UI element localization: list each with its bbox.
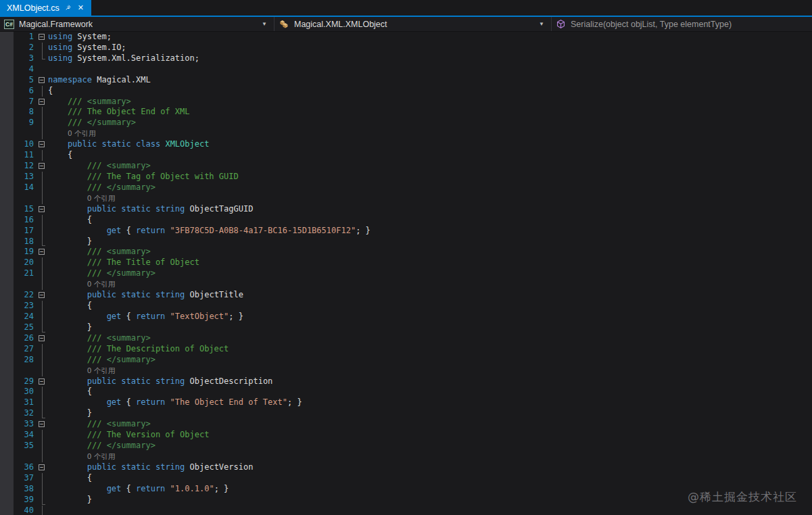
breakpoint-margin[interactable] (0, 495, 14, 506)
breakpoint-margin[interactable] (0, 139, 14, 150)
breakpoint-margin[interactable] (0, 118, 14, 128)
project-dropdown[interactable]: C# Magical.Framework ▼ (0, 17, 274, 31)
collapse-box-icon[interactable]: − (39, 99, 45, 105)
breakpoint-margin[interactable] (0, 215, 14, 226)
fold-guide (37, 451, 48, 462)
breakpoint-margin[interactable] (0, 204, 14, 215)
breakpoint-margin[interactable] (0, 430, 14, 441)
breakpoint-margin[interactable] (0, 355, 14, 366)
collapse-box-icon[interactable]: − (39, 77, 45, 83)
breakpoint-margin[interactable] (0, 408, 14, 419)
fold-toggle[interactable]: − (37, 333, 48, 344)
fold-toggle[interactable]: − (37, 139, 48, 150)
breakpoint-margin[interactable] (0, 64, 14, 75)
codelens-references[interactable]: 0 个引用 (48, 279, 812, 290)
code-text: /// The Version of Object (48, 430, 812, 441)
codelens-references[interactable]: 0 个引用 (48, 193, 812, 204)
breakpoint-margin[interactable] (0, 344, 14, 355)
code-row: 35/// </summary> (0, 441, 812, 451)
breakpoint-margin[interactable] (0, 333, 14, 344)
member-dropdown[interactable]: Serialize(object objList, Type elementTy… (552, 17, 812, 31)
breakpoint-margin[interactable] (0, 473, 14, 484)
codelens-references[interactable]: 0 个引用 (48, 451, 812, 462)
collapse-box-icon[interactable]: − (39, 34, 45, 40)
code-editor[interactable]: 1−using System;2using System.IO;3using S… (0, 32, 812, 515)
fold-toggle[interactable]: − (37, 32, 48, 43)
codelens-row: 0 个引用 (0, 128, 812, 139)
breakpoint-margin[interactable] (0, 506, 14, 515)
breakpoint-margin[interactable] (0, 312, 14, 322)
collapse-box-icon[interactable]: − (39, 206, 45, 212)
breakpoint-margin[interactable] (0, 376, 14, 387)
fold-guide (37, 484, 48, 495)
fold-toggle[interactable]: − (37, 419, 48, 430)
fold-toggle[interactable]: − (37, 376, 48, 387)
collapse-box-icon[interactable]: − (39, 163, 45, 169)
collapse-box-icon[interactable]: − (39, 421, 45, 427)
fold-guide (37, 366, 48, 376)
code-row: 25} (0, 322, 812, 333)
collapse-box-icon[interactable]: − (39, 378, 45, 385)
codelens-references[interactable]: 0 个引用 (48, 366, 812, 376)
collapse-box-icon[interactable]: − (39, 141, 45, 147)
line-number (14, 451, 37, 462)
tab-xmlobject[interactable]: XMLObject.cs ✕ (0, 0, 91, 16)
breakpoint-margin[interactable] (0, 182, 14, 193)
collapse-box-icon[interactable]: − (39, 249, 45, 255)
breakpoint-margin[interactable] (0, 53, 14, 64)
fold-toggle[interactable]: − (37, 75, 48, 86)
chevron-down-icon[interactable]: ▼ (259, 21, 270, 27)
breakpoint-margin[interactable] (0, 161, 14, 172)
fold-toggle[interactable]: − (37, 204, 48, 215)
fold-toggle[interactable]: − (37, 290, 48, 301)
chevron-down-icon[interactable]: ▼ (536, 21, 547, 27)
breakpoint-margin[interactable] (0, 366, 14, 376)
fold-toggle[interactable]: − (37, 161, 48, 172)
close-icon[interactable]: ✕ (76, 3, 85, 12)
fold-toggle[interactable]: − (37, 462, 48, 473)
line-number (14, 128, 37, 139)
breakpoint-margin[interactable] (0, 150, 14, 161)
breakpoint-margin[interactable] (0, 247, 14, 258)
breakpoint-margin[interactable] (0, 97, 14, 107)
breakpoint-margin[interactable] (0, 172, 14, 182)
collapse-box-icon[interactable]: − (39, 292, 45, 298)
class-icon (279, 19, 289, 29)
code-text: { (48, 150, 812, 161)
breakpoint-margin[interactable] (0, 32, 14, 43)
breakpoint-margin[interactable] (0, 462, 14, 473)
type-dropdown[interactable]: Magical.XML.XMLObject ▼ (274, 17, 552, 31)
fold-guide (37, 53, 48, 64)
breakpoint-margin[interactable] (0, 397, 14, 408)
breakpoint-margin[interactable] (0, 226, 14, 237)
code-text: get { return "3FB78C5D-A0B8-4a17-BC16-15… (48, 226, 812, 237)
breakpoint-margin[interactable] (0, 258, 14, 268)
breakpoint-margin[interactable] (0, 128, 14, 139)
breakpoint-margin[interactable] (0, 484, 14, 495)
breakpoint-margin[interactable] (0, 107, 14, 118)
code-row: 33−/// <summary> (0, 419, 812, 430)
breakpoint-margin[interactable] (0, 75, 14, 86)
collapse-box-icon[interactable]: − (39, 335, 45, 341)
breakpoint-margin[interactable] (0, 419, 14, 430)
breakpoint-margin[interactable] (0, 451, 14, 462)
line-number: 9 (14, 118, 37, 128)
fold-toggle[interactable]: − (37, 97, 48, 107)
collapse-box-icon[interactable]: − (39, 464, 45, 470)
breakpoint-margin[interactable] (0, 290, 14, 301)
codelens-references[interactable]: 0 个引用 (48, 128, 812, 139)
type-dropdown-label: Magical.XML.XMLObject (294, 20, 387, 29)
breakpoint-margin[interactable] (0, 268, 14, 279)
breakpoint-margin[interactable] (0, 322, 14, 333)
breakpoint-margin[interactable] (0, 279, 14, 290)
breakpoint-margin[interactable] (0, 43, 14, 53)
breakpoint-margin[interactable] (0, 387, 14, 397)
fold-toggle[interactable]: − (37, 247, 48, 258)
breakpoint-margin[interactable] (0, 441, 14, 451)
pin-icon[interactable] (64, 4, 72, 11)
line-number: 30 (14, 387, 37, 397)
breakpoint-margin[interactable] (0, 86, 14, 97)
breakpoint-margin[interactable] (0, 301, 14, 312)
breakpoint-margin[interactable] (0, 193, 14, 204)
breakpoint-margin[interactable] (0, 237, 14, 247)
